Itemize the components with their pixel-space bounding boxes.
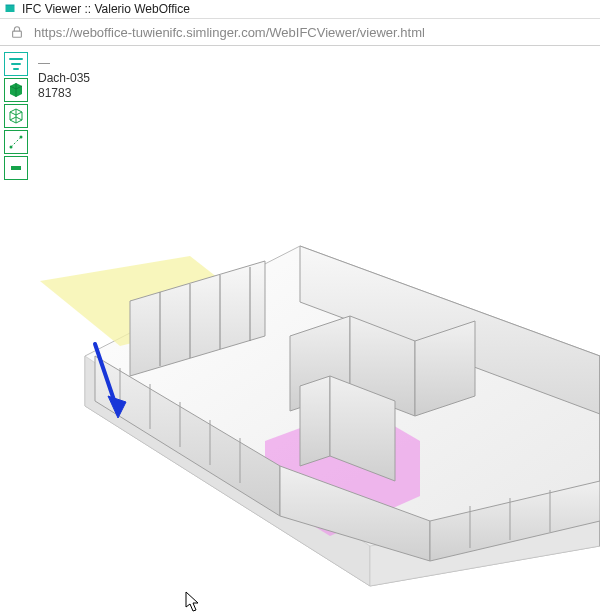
svg-marker-17 (415, 321, 475, 416)
browser-urlbar[interactable]: https://weboffice-tuwienifc.simlinger.co… (0, 19, 600, 46)
tool-measure[interactable] (4, 130, 28, 154)
mouse-cursor-icon (185, 591, 201, 613)
svg-marker-15 (290, 316, 350, 411)
blue-direction-arrow (95, 344, 126, 418)
cube-solid-icon (8, 82, 24, 98)
svg-marker-5 (370, 506, 600, 586)
svg-marker-3 (85, 246, 600, 586)
svg-marker-21 (280, 466, 430, 561)
favicon-icon (4, 3, 16, 15)
view-toolbar (4, 52, 28, 180)
tool-filter[interactable] (4, 52, 28, 76)
svg-marker-4 (85, 356, 370, 586)
element-info-readout: — Dach-035 81783 (38, 56, 90, 101)
tool-section[interactable] (4, 156, 28, 180)
lock-icon (10, 25, 24, 39)
tool-solid[interactable] (4, 78, 28, 102)
info-line1: — (38, 56, 90, 71)
filter-icon (8, 56, 24, 72)
svg-marker-16 (350, 316, 415, 416)
tool-wireframe[interactable] (4, 104, 28, 128)
svg-marker-20 (95, 356, 280, 516)
svg-marker-7 (265, 406, 420, 536)
svg-marker-18 (300, 376, 330, 466)
cube-wire-icon (8, 108, 24, 124)
url-text: https://weboffice-tuwienifc.simlinger.co… (34, 25, 425, 40)
window-title: IFC Viewer :: Valerio WebOffice (22, 2, 190, 16)
svg-marker-8 (130, 261, 265, 376)
svg-marker-32 (108, 396, 126, 418)
svg-marker-19 (330, 376, 395, 481)
browser-titlebar: IFC Viewer :: Valerio WebOffice (0, 0, 600, 19)
svg-marker-6 (40, 256, 260, 346)
viewer-viewport[interactable]: — Dach-035 81783 (0, 46, 600, 614)
svg-rect-2 (13, 31, 22, 37)
svg-rect-1 (6, 5, 15, 7)
info-element-id: 81783 (38, 86, 90, 101)
info-element-name: Dach-035 (38, 71, 90, 86)
measure-icon (8, 134, 24, 150)
svg-line-31 (95, 344, 116, 406)
section-icon (8, 160, 24, 176)
model-3d-view (0, 46, 600, 614)
svg-marker-13 (300, 246, 600, 414)
svg-rect-0 (6, 6, 15, 12)
svg-marker-22 (430, 481, 600, 561)
svg-rect-35 (11, 166, 21, 170)
